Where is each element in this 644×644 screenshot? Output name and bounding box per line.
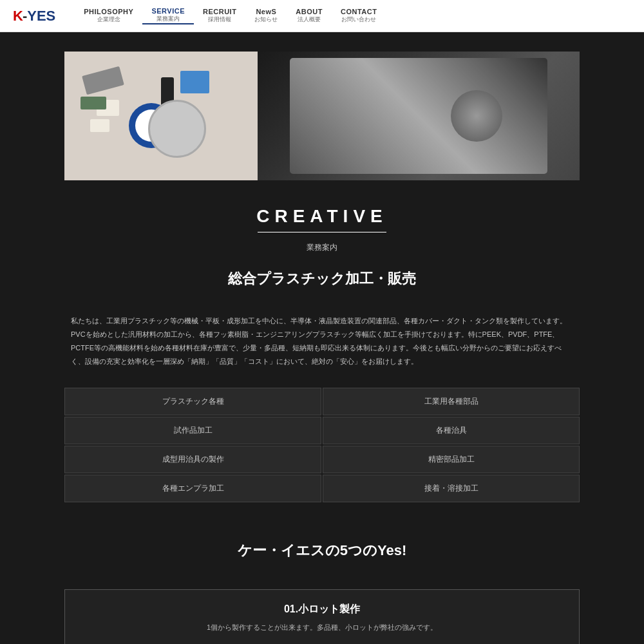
logo-dash: - — [23, 8, 27, 24]
service-item-7: 接着・溶接加工 — [323, 475, 580, 502]
nav-label-en-philosophy: PHILOSOPHY — [84, 8, 133, 15]
service-item-1: 工業用各種部品 — [323, 388, 580, 415]
creative-section: CREATIVE 業務案内 総合プラスチック加工・販売 — [0, 180, 644, 314]
creative-subtitle: 業務案内 — [0, 242, 644, 253]
part-large-disc — [148, 100, 206, 158]
creative-divider — [258, 232, 386, 232]
nav-label-ja-recruit: 採用情報 — [208, 15, 231, 24]
services-grid: プラスチック各種工業用各種部品試作品加工各種治具成型用治具の製作精密部品加工各種… — [64, 388, 580, 502]
yes-section: ケー・イエスの5つのYes! — [0, 522, 644, 589]
hero-image-right — [258, 52, 580, 180]
service-item-3: 各種治具 — [323, 417, 580, 444]
main-nav: PHILOSOPHY企業理念SERVICE業務案内RECRUIT採用情報NewS… — [75, 7, 631, 24]
service-item-5: 精密部品加工 — [323, 446, 580, 473]
service-item-6: 各種エンプラ加工 — [64, 475, 321, 502]
part-rect2 — [80, 97, 106, 109]
service-item-0: プラスチック各種 — [64, 388, 321, 415]
plastic-parts-display — [77, 64, 245, 167]
yes-card-01: 01.小ロット製作1個から製作することが出来ます。多品種、小ロットが弊社の強みで… — [64, 589, 580, 644]
machine-circle — [451, 90, 502, 142]
nav-label-en-about: ABOUT — [296, 8, 323, 15]
nav-item-service[interactable]: SERVICE業務案内 — [142, 7, 194, 24]
nav-label-en-news: NewS — [256, 8, 276, 15]
nav-label-ja-contact: お問い合わせ — [341, 15, 376, 24]
nav-item-philosophy[interactable]: PHILOSOPHY企業理念 — [75, 8, 142, 24]
nav-label-en-recruit: RECRUIT — [203, 8, 236, 15]
nav-label-ja-news: お知らせ — [254, 15, 278, 24]
hero-image-left — [64, 52, 258, 180]
part-block1 — [180, 71, 209, 93]
description-text: 私たちは、工業用プラスチック等の機械・平板・成形加工を中心に、半導体・液晶製造装… — [64, 314, 580, 368]
creative-title: CREATIVE — [0, 206, 644, 227]
nav-label-ja-service: 業務案内 — [156, 15, 180, 23]
nav-item-recruit[interactable]: RECRUIT採用情報 — [194, 8, 245, 24]
part-rect1 — [82, 66, 124, 95]
yes-card-desc-01: 1個から製作することが出来ます。多品種、小ロットが弊社の強みです。 — [78, 621, 566, 634]
part-block3 — [90, 119, 109, 132]
nav-label-en-service: SERVICE — [151, 7, 185, 15]
nav-item-news[interactable]: NewSお知らせ — [245, 8, 287, 24]
yes-card-title-01: 01.小ロット製作 — [78, 603, 566, 616]
machine-display — [290, 58, 547, 174]
logo-yes: YES — [27, 8, 55, 24]
main-title: 総合プラスチック加工・販売 — [0, 269, 644, 289]
yes-title: ケー・イエスの5つのYes! — [0, 541, 644, 560]
service-item-2: 試作品加工 — [64, 417, 321, 444]
nav-item-contact[interactable]: CONTACTお問い合わせ — [332, 8, 386, 24]
nav-label-en-contact: CONTACT — [341, 8, 377, 15]
hero-section — [64, 52, 580, 180]
nav-label-ja-about: 法人概要 — [298, 15, 321, 24]
logo-k: K — [13, 8, 23, 24]
service-item-4: 成型用治具の製作 — [64, 446, 321, 473]
header: K - YES PHILOSOPHY企業理念SERVICE業務案内RECRUIT… — [0, 0, 644, 32]
nav-label-ja-philosophy: 企業理念 — [97, 15, 120, 24]
nav-item-about[interactable]: ABOUT法人概要 — [287, 8, 332, 24]
yes-cards-container: 01.小ロット製作1個から製作することが出来ます。多品種、小ロットが弊社の強みで… — [64, 589, 580, 644]
logo[interactable]: K - YES — [13, 8, 55, 24]
